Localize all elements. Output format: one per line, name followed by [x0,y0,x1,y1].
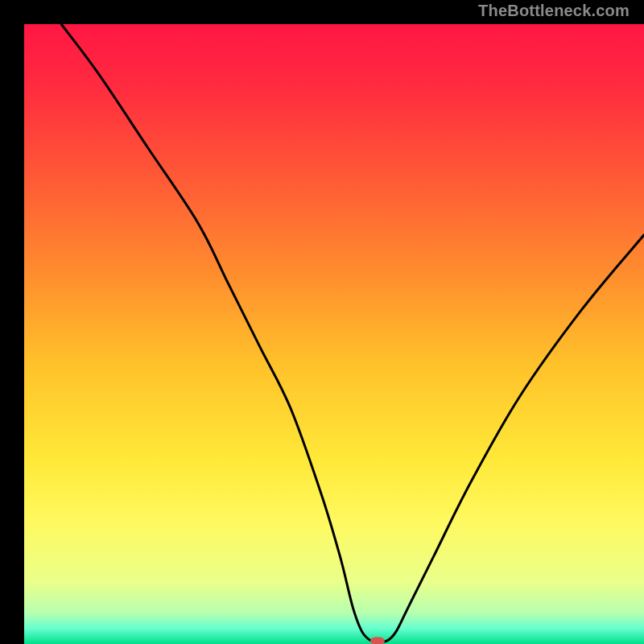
gradient-background [24,24,644,644]
chart-frame [12,12,632,632]
watermark-text: TheBottleneck.com [478,2,630,20]
bottleneck-chart [24,24,644,644]
